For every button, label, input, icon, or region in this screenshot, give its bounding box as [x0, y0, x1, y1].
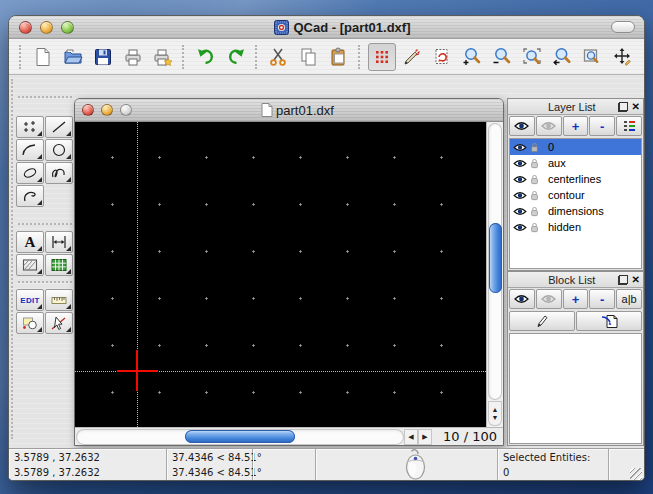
arc-tool[interactable]: [16, 139, 44, 161]
resize-grip[interactable]: [630, 468, 642, 480]
layer-visible-icon[interactable]: [513, 207, 527, 216]
zoom-button[interactable]: [61, 21, 74, 34]
copy-button[interactable]: [295, 43, 323, 71]
drawing-canvas[interactable]: [75, 122, 486, 427]
layer-panel-float-icon[interactable]: [618, 102, 628, 112]
toolbar-toggle-pill[interactable]: [611, 21, 635, 33]
add-block-button[interactable]: +: [563, 289, 589, 309]
rename-block-button[interactable]: a|b: [616, 289, 642, 309]
block-list[interactable]: [509, 333, 642, 444]
close-button[interactable]: [19, 21, 32, 34]
layer-row-dimensions[interactable]: dimensions: [510, 203, 641, 219]
insert-block-button[interactable]: [576, 311, 642, 331]
mdi-close-button[interactable]: [82, 104, 94, 116]
zoom-out-button[interactable]: [488, 43, 516, 71]
layer-visible-icon[interactable]: [513, 175, 527, 184]
spline-tool[interactable]: [16, 185, 44, 207]
block-panel-close-icon[interactable]: ✕: [632, 275, 640, 285]
layer-row-contour[interactable]: contour: [510, 187, 641, 203]
paste-button[interactable]: [325, 43, 353, 71]
ellipse-tool[interactable]: [16, 162, 44, 184]
layer-hide-all-button[interactable]: [536, 116, 562, 136]
block-panel-float-icon[interactable]: [618, 275, 628, 285]
scroll-left-button[interactable]: ◀: [404, 429, 418, 445]
layer-lock-icon[interactable]: [530, 174, 539, 185]
open-file-button[interactable]: [59, 43, 87, 71]
vertical-scrollbar[interactable]: ▲ ▼: [486, 122, 503, 427]
layer-lock-icon[interactable]: [530, 142, 539, 153]
zoom-in-button[interactable]: [458, 43, 486, 71]
vertical-scroll-thumb[interactable]: [489, 223, 502, 293]
minimize-button[interactable]: [40, 21, 53, 34]
block-tool[interactable]: [16, 312, 44, 334]
layer-attributes-button[interactable]: [616, 116, 642, 136]
points-tool[interactable]: [16, 116, 44, 138]
layer-lock-icon[interactable]: [530, 206, 539, 217]
mdi-minimize-button[interactable]: [101, 104, 113, 116]
zoom-pan-button[interactable]: [608, 43, 636, 71]
layer-visible-icon[interactable]: [513, 159, 527, 168]
remove-block-button[interactable]: -: [589, 289, 615, 309]
layer-list-titlebar[interactable]: Layer List ✕: [508, 99, 643, 115]
layer-visible-icon[interactable]: [513, 191, 527, 200]
zoom-auto-button[interactable]: [518, 43, 546, 71]
palette-handle[interactable]: [18, 281, 72, 284]
layer-row-aux[interactable]: aux: [510, 155, 641, 171]
redraw-button[interactable]: [428, 43, 456, 71]
layer-panel-close-icon[interactable]: ✕: [632, 102, 640, 112]
toolbar-handle[interactable]: [255, 45, 258, 69]
remove-layer-button[interactable]: -: [589, 116, 615, 136]
layer-lock-icon[interactable]: [530, 158, 539, 169]
horizontal-scroll-thumb[interactable]: [185, 430, 295, 443]
grid-toggle-button[interactable]: [368, 43, 396, 71]
mdi-zoom-button[interactable]: [120, 104, 132, 116]
line-tool[interactable]: [45, 116, 73, 138]
circle-tool[interactable]: [45, 139, 73, 161]
draft-mode-button[interactable]: [398, 43, 426, 71]
cut-button[interactable]: [265, 43, 293, 71]
scroll-right-button[interactable]: ▶: [418, 429, 432, 445]
edit-block-button[interactable]: [509, 311, 575, 331]
edit-tool[interactable]: EDIT: [16, 289, 44, 311]
window-titlebar[interactable]: QCad - [part01.dxf]: [9, 16, 644, 39]
dimension-tool[interactable]: [45, 231, 73, 253]
text-tool[interactable]: A: [16, 231, 44, 253]
palette-handle[interactable]: [18, 96, 72, 99]
layer-lock-icon[interactable]: [530, 222, 539, 233]
layer-visible-icon[interactable]: [513, 143, 527, 152]
layer-lock-icon[interactable]: [530, 190, 539, 201]
palette-handle[interactable]: [18, 223, 72, 226]
block-show-all-button[interactable]: [509, 289, 535, 309]
layer-show-all-button[interactable]: [509, 116, 535, 136]
print-preview-button[interactable]: [149, 43, 177, 71]
select-tool[interactable]: [45, 312, 73, 334]
print-button[interactable]: [119, 43, 147, 71]
save-button[interactable]: [89, 43, 117, 71]
polyline-tool[interactable]: [45, 162, 73, 184]
undo-button[interactable]: [192, 43, 220, 71]
scroll-down-icon[interactable]: ▼: [492, 414, 499, 421]
zoom-previous-button[interactable]: [548, 43, 576, 71]
block-hide-all-button[interactable]: [536, 289, 562, 309]
horizontal-scroll-track[interactable]: [76, 429, 404, 445]
mdi-titlebar[interactable]: part01.dxf: [75, 99, 503, 122]
layer-row-hidden[interactable]: hidden: [510, 219, 641, 235]
toolbar-handle[interactable]: [358, 45, 361, 69]
new-file-button[interactable]: [29, 43, 57, 71]
layer-row-centerlines[interactable]: centerlines: [510, 171, 641, 187]
qcad-app-icon: [274, 20, 289, 35]
zoom-window-button[interactable]: [578, 43, 606, 71]
hatch-tool[interactable]: [16, 254, 44, 276]
layer-row-0[interactable]: 0: [510, 139, 641, 155]
toolbar-handle[interactable]: [19, 45, 22, 69]
vertical-scroll-track[interactable]: [488, 123, 502, 400]
scroll-up-icon[interactable]: ▲: [492, 406, 499, 413]
image-tool[interactable]: [45, 254, 73, 276]
redo-button[interactable]: [222, 43, 250, 71]
palette-dock-handle[interactable]: [11, 79, 14, 439]
add-layer-button[interactable]: +: [563, 116, 589, 136]
block-list-titlebar[interactable]: Block List ✕: [508, 272, 643, 288]
layer-visible-icon[interactable]: [513, 223, 527, 232]
measure-tool[interactable]: [45, 289, 73, 311]
toolbar-handle[interactable]: [182, 45, 185, 69]
